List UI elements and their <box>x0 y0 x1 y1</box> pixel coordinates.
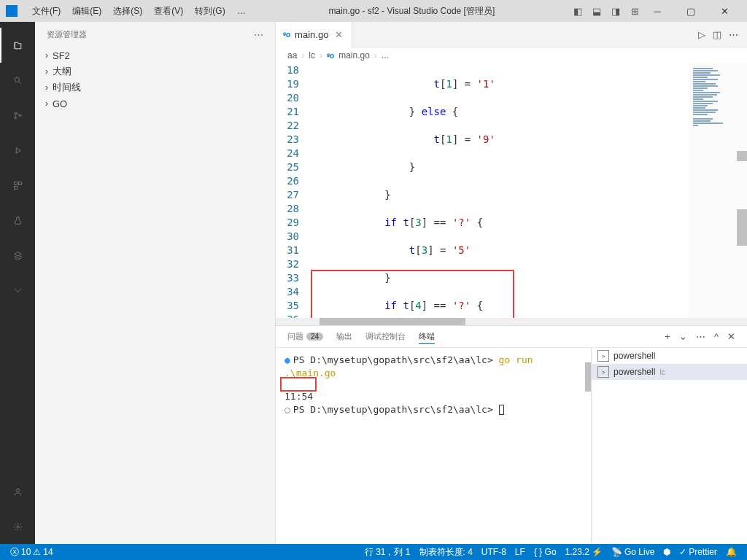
activity-bar <box>0 22 35 544</box>
error-icon: ⓧ <box>10 546 19 559</box>
broadcast-icon: 📡 <box>611 547 622 557</box>
svg-rect-5 <box>18 182 21 184</box>
status-bar: ⓧ10 ⚠14 行 31，列 1 制表符长度: 4 UTF-8 LF { } G… <box>0 544 747 560</box>
menu-goto[interactable]: 转到(G) <box>189 2 231 20</box>
activity-item6-icon[interactable] <box>0 238 35 273</box>
sidebar-outline[interactable]: ›大纲 <box>35 63 275 79</box>
status-gover[interactable]: 1.23.2 ⚡ <box>561 544 607 560</box>
split-editor-icon[interactable]: ◫ <box>713 29 721 40</box>
sidebar-go[interactable]: ›GO <box>35 96 275 112</box>
terminal-new-icon[interactable]: + <box>665 331 670 342</box>
powershell-icon: > <box>597 350 609 362</box>
status-ext1[interactable]: ⬢ <box>659 544 675 560</box>
svg-rect-4 <box>14 182 17 184</box>
panel-close-icon[interactable]: ✕ <box>727 331 735 342</box>
bullet-outline-icon: ○ <box>285 404 290 415</box>
panel-tab-output[interactable]: 输出 <box>336 330 352 343</box>
check-icon: ✓ <box>679 547 686 557</box>
code-editor[interactable]: 18192021222324252627282930313233343536 t… <box>276 63 747 318</box>
activity-test-icon[interactable] <box>0 203 35 238</box>
editor-more-icon[interactable]: ⋯ <box>729 29 738 40</box>
menu-edit[interactable]: 编辑(E) <box>66 2 107 20</box>
svg-point-0 <box>15 77 20 82</box>
horizontal-scrollbar[interactable] <box>276 318 747 325</box>
chevron-right-icon: › <box>41 50 53 61</box>
tab-close-button[interactable]: ✕ <box>333 28 344 40</box>
activity-scm-icon[interactable] <box>0 98 35 133</box>
sidebar-folder-sf2[interactable]: ›SF2 <box>35 47 275 63</box>
sidebar-title: 资源管理器 <box>47 29 87 40</box>
chevron-right-icon: › <box>41 98 53 109</box>
layout-toggle-bottom-icon[interactable]: ⬓ <box>591 5 603 17</box>
warning-icon: ⚠ <box>33 547 41 557</box>
terminal-cursor <box>499 405 504 415</box>
tab-main-go[interactable]: ᵍo main.go ✕ <box>276 22 352 47</box>
go-file-icon: ᵍo <box>327 52 334 60</box>
activity-search-icon[interactable] <box>0 63 35 98</box>
status-golive[interactable]: 📡Go Live <box>607 544 659 560</box>
status-eol[interactable]: LF <box>511 544 530 560</box>
layout-toggle-left-icon[interactable]: ◧ <box>572 5 584 17</box>
terminal[interactable]: ●PS D:\mysetup\gopath\src\sf2\aa\lc> go … <box>276 348 591 544</box>
go-file-icon: ᵍo <box>283 31 290 39</box>
run-icon[interactable]: ▷ <box>698 29 705 40</box>
activity-extensions-icon[interactable] <box>0 168 35 203</box>
svg-point-1 <box>14 112 16 114</box>
layout-customize-icon[interactable]: ⊞ <box>629 5 640 17</box>
menu-more[interactable]: … <box>231 3 252 19</box>
sidebar-more-icon[interactable]: ⋯ <box>254 29 263 40</box>
chevron-right-icon: › <box>41 82 53 93</box>
window-title: main.go - sf2 - Visual Studio Code [管理员] <box>252 5 572 18</box>
line-gutter: 18192021222324252627282930313233343536 <box>276 63 311 318</box>
panel-tab-debug[interactable]: 调试控制台 <box>365 330 406 343</box>
window-minimize-button[interactable]: ─ <box>640 0 674 22</box>
terminal-list-item[interactable]: >powershell <box>592 348 747 364</box>
breadcrumb[interactable]: aa› lc› ᵍomain.go› ... <box>276 47 747 63</box>
terminal-scrollbar[interactable] <box>585 362 591 392</box>
window-close-button[interactable]: ✕ <box>708 0 741 22</box>
sidebar-timeline[interactable]: ›时间线 <box>35 79 275 96</box>
status-prettier[interactable]: ✓Prettier <box>675 544 721 560</box>
powershell-icon: > <box>597 366 609 378</box>
cube-icon: ⬢ <box>663 547 670 557</box>
bullet-icon: ● <box>285 354 290 365</box>
menu-view[interactable]: 查看(V) <box>148 2 189 20</box>
terminal-list: >powershell >powershell lc <box>591 348 747 544</box>
menu-select[interactable]: 选择(S) <box>107 2 148 20</box>
status-indent[interactable]: 制表符长度: 4 <box>415 544 477 560</box>
status-cursor-pos[interactable]: 行 31，列 1 <box>360 544 415 560</box>
svg-point-2 <box>14 117 16 119</box>
menu-file[interactable]: 文件(F) <box>26 2 66 20</box>
activity-debug-icon[interactable] <box>0 133 35 168</box>
overview-ruler[interactable] <box>737 63 747 318</box>
status-encoding[interactable]: UTF-8 <box>477 544 511 560</box>
activity-account-icon[interactable] <box>0 474 35 509</box>
terminal-list-item[interactable]: >powershell lc <box>592 364 747 380</box>
vscode-logo-icon <box>6 5 18 17</box>
sidebar: 资源管理器 ⋯ ›SF2 ›大纲 ›时间线 ›GO <box>35 22 276 544</box>
panel-tab-problems[interactable]: 问题24 <box>287 330 323 343</box>
window-maximize-button[interactable]: ▢ <box>674 0 708 22</box>
svg-point-8 <box>16 525 18 527</box>
panel-maximize-icon[interactable]: ^ <box>714 331 719 342</box>
status-errors[interactable]: ⓧ10 ⚠14 <box>6 544 58 560</box>
layout-toggle-right-icon[interactable]: ◨ <box>610 5 622 17</box>
status-lang[interactable]: { } Go <box>530 544 561 560</box>
bell-icon: 🔔 <box>726 547 737 557</box>
terminal-new-dropdown-icon[interactable]: ⌄ <box>679 331 687 342</box>
svg-point-7 <box>16 489 19 491</box>
status-bell[interactable]: 🔔 <box>721 544 741 560</box>
activity-settings-icon[interactable] <box>0 509 35 544</box>
svg-point-3 <box>19 114 21 117</box>
panel-more-icon[interactable]: ⋯ <box>696 331 705 342</box>
activity-item7-icon[interactable] <box>0 273 35 308</box>
svg-rect-6 <box>14 186 17 189</box>
lightning-icon: ⚡ <box>592 547 603 557</box>
chevron-right-icon: › <box>41 66 53 77</box>
panel-tab-terminal[interactable]: 终端 <box>419 330 435 344</box>
activity-explorer-icon[interactable] <box>0 28 35 63</box>
